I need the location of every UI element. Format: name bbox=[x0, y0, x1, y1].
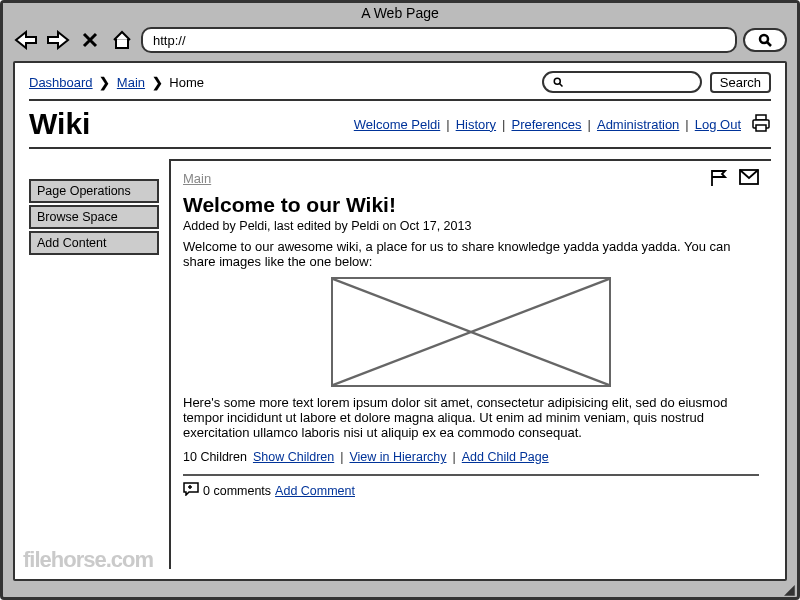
sidebar-add-content[interactable]: Add Content bbox=[29, 231, 159, 255]
svg-line-3 bbox=[559, 84, 562, 87]
sidebar: Page Operations Browse Space Add Content bbox=[29, 159, 169, 569]
print-icon[interactable] bbox=[751, 114, 771, 135]
top-nav: Welcome Peldi | History | Preferences | … bbox=[354, 114, 771, 135]
children-row: 10 ChildrenShow Children | View in Hiera… bbox=[183, 450, 759, 464]
comment-icon bbox=[183, 482, 199, 499]
url-text: http:// bbox=[153, 33, 186, 48]
link-history[interactable]: History bbox=[456, 117, 496, 132]
divider bbox=[29, 147, 771, 149]
comments-row: 0 comments Add Comment bbox=[183, 482, 759, 499]
breadcrumb-home: Home bbox=[169, 75, 204, 90]
content-panel: Main Welcome to our Wiki! Added by Peldi… bbox=[169, 159, 771, 569]
url-bar[interactable]: http:// bbox=[141, 27, 737, 53]
flag-icon[interactable] bbox=[709, 169, 729, 191]
link-add-child-page[interactable]: Add Child Page bbox=[462, 450, 549, 464]
breadcrumb: Dashboard ❯ Main ❯ Home bbox=[29, 75, 204, 90]
svg-point-0 bbox=[760, 35, 768, 43]
link-view-hierarchy[interactable]: View in Hierarchy bbox=[349, 450, 446, 464]
svg-point-2 bbox=[554, 78, 560, 84]
intro-paragraph: Welcome to our awesome wiki, a place for… bbox=[183, 239, 759, 269]
chevron-icon: ❯ bbox=[152, 75, 163, 90]
browser-search-button[interactable] bbox=[743, 28, 787, 52]
search-button[interactable]: Search bbox=[710, 72, 771, 93]
breadcrumb-dashboard[interactable]: Dashboard bbox=[29, 75, 93, 90]
resize-grip-icon: ◢ bbox=[784, 581, 795, 597]
divider bbox=[183, 474, 759, 476]
body-paragraph: Here's some more text lorem ipsum dolor … bbox=[183, 395, 759, 440]
svg-rect-6 bbox=[756, 125, 766, 131]
sidebar-page-operations[interactable]: Page Operations bbox=[29, 179, 159, 203]
image-placeholder bbox=[331, 277, 611, 387]
link-logout[interactable]: Log Out bbox=[695, 117, 741, 132]
content-crumb[interactable]: Main bbox=[183, 171, 211, 186]
byline: Added by Peldi, last edited by Peldi on … bbox=[183, 219, 759, 233]
mail-icon[interactable] bbox=[739, 169, 759, 191]
link-administration[interactable]: Administration bbox=[597, 117, 679, 132]
link-welcome[interactable]: Welcome Peldi bbox=[354, 117, 440, 132]
chevron-icon: ❯ bbox=[99, 75, 110, 90]
divider bbox=[29, 99, 771, 101]
page-title: Welcome to our Wiki! bbox=[183, 193, 759, 217]
link-add-comment[interactable]: Add Comment bbox=[275, 484, 355, 498]
back-button[interactable] bbox=[13, 29, 39, 51]
search-icon bbox=[552, 76, 564, 88]
window-title: A Web Page bbox=[3, 3, 797, 23]
comments-count: 0 comments bbox=[203, 484, 271, 498]
link-show-children[interactable]: Show Children bbox=[253, 450, 334, 464]
link-preferences[interactable]: Preferences bbox=[511, 117, 581, 132]
browser-toolbar: http:// bbox=[3, 23, 797, 61]
forward-button[interactable] bbox=[45, 29, 71, 51]
sidebar-browse-space[interactable]: Browse Space bbox=[29, 205, 159, 229]
breadcrumb-main[interactable]: Main bbox=[117, 75, 145, 90]
page-content: Dashboard ❯ Main ❯ Home Search Wiki Welc… bbox=[13, 61, 787, 581]
site-title: Wiki bbox=[29, 107, 90, 141]
svg-line-1 bbox=[767, 42, 771, 46]
browser-window: A Web Page http:// Dashboard ❯ Main ❯ bbox=[0, 0, 800, 600]
children-count: 10 Children bbox=[183, 450, 247, 464]
stop-button[interactable] bbox=[77, 29, 103, 51]
search-input[interactable] bbox=[542, 71, 702, 93]
home-button[interactable] bbox=[109, 29, 135, 51]
